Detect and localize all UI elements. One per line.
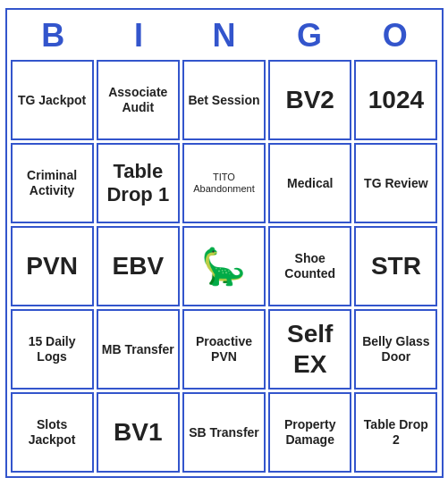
bingo-cell: Criminal Activity bbox=[11, 143, 94, 223]
bingo-cell: Medical bbox=[268, 143, 351, 223]
bingo-cell: 🦕 bbox=[182, 226, 266, 306]
bingo-cell: Bet Session bbox=[182, 60, 266, 140]
bingo-cell: Table Drop 1 bbox=[97, 143, 180, 223]
bingo-cell: TITO Abandonment bbox=[182, 143, 266, 223]
header-letter: N bbox=[182, 13, 267, 58]
bingo-cell: PVN bbox=[11, 226, 94, 306]
bingo-cell: TG Review bbox=[354, 143, 437, 223]
bingo-cell: SB Transfer bbox=[182, 392, 266, 473]
bingo-cell: MB Transfer bbox=[97, 309, 180, 390]
bingo-card: BINGO TG JackpotAssociate AuditBet Sessi… bbox=[5, 8, 444, 478]
header-letter: B bbox=[11, 13, 97, 58]
bingo-cell: Table Drop 2 bbox=[354, 392, 437, 473]
bingo-cell: TG Jackpot bbox=[11, 60, 94, 140]
bingo-cell: Shoe Counted bbox=[268, 226, 351, 306]
bingo-cell: EBV bbox=[97, 226, 180, 306]
bingo-cell: BV1 bbox=[97, 392, 180, 473]
bingo-cell: STR bbox=[354, 226, 437, 306]
header-letter: I bbox=[96, 13, 182, 58]
bingo-cell: Belly Glass Door bbox=[354, 309, 437, 390]
header-letter: O bbox=[352, 13, 438, 58]
bingo-cell: Associate Audit bbox=[97, 60, 180, 140]
bingo-cell: Self EX bbox=[268, 309, 351, 390]
header-letter: G bbox=[266, 13, 352, 58]
bingo-cell: 15 Daily Logs bbox=[11, 309, 94, 390]
bingo-grid: TG JackpotAssociate AuditBet SessionBV21… bbox=[11, 60, 438, 473]
bingo-header: BINGO bbox=[11, 13, 438, 58]
bingo-cell: Property Damage bbox=[268, 392, 351, 473]
bingo-cell: 1024 bbox=[354, 60, 437, 140]
bingo-cell: Proactive PVN bbox=[182, 309, 266, 390]
bingo-cell: BV2 bbox=[268, 60, 351, 140]
bingo-cell: Slots Jackpot bbox=[11, 392, 94, 473]
